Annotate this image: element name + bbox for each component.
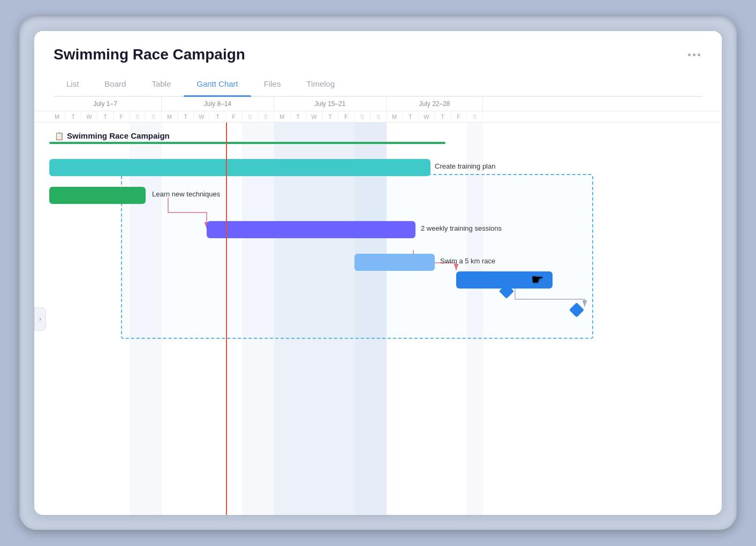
day-S7: S [467,111,483,122]
tab-board[interactable]: Board [92,74,139,96]
week-july8: July 8–14 [162,97,274,111]
label-learn-techniques: Learn new techniques [152,190,220,198]
dot3 [698,54,700,56]
campaign-title: Swimming Race Campaign [67,131,170,140]
tab-gantt[interactable]: Gantt Chart [184,74,251,96]
gantt-container: July 1–7 July 8–14 July 15–21 July 22–28… [34,97,722,515]
day-F3: F [338,111,354,122]
day-W2: W [194,111,210,122]
current-week-highlight [274,123,387,515]
header-top: Swimming Race Campaign [54,46,702,63]
day-W4: W [419,111,435,122]
day-S6: S [371,111,387,122]
page-title: Swimming Race Campaign [54,46,245,63]
day-F4: F [451,111,467,122]
campaign-row: 📋 Swimming Race Campaign [55,131,170,140]
label-swim-race: Swim a 5 km race [440,257,495,265]
label-create-training: Create training plan [435,162,495,170]
tab-list[interactable]: List [54,74,92,96]
bar-create-training[interactable] [49,159,430,176]
day-labels: M T W T F S S M T W T F S S M [34,111,722,122]
day-F1: F [114,111,130,122]
day-T4: T [210,111,226,122]
day-F2: F [226,111,242,122]
label-weekly-sessions: 2 weekly training sessions [421,224,502,232]
day-T5: T [290,111,306,122]
bar-learn-techniques[interactable] [49,187,146,204]
day-S5: S [354,111,371,122]
sidebar-toggle[interactable]: › [34,307,46,331]
device-frame: Swimming Race Campaign List Board Table … [19,16,737,530]
day-T8: T [435,111,451,122]
day-T2: T [97,111,114,122]
day-S3: S [242,111,258,122]
day-M4: M [387,111,403,122]
tab-bar: List Board Table Gantt Chart Files Timel… [54,74,702,97]
tab-table[interactable]: Table [139,74,184,96]
day-T7: T [403,111,419,122]
bar-swim-race[interactable] [354,254,435,271]
week-july1: July 1–7 [49,97,162,111]
day-S2: S [146,111,162,122]
day-M3: M [274,111,290,122]
day-M2: M [162,111,178,122]
gantt-grid[interactable]: 📋 Swimming Race Campaign Create training… [49,123,722,515]
week-july22: July 22–28 [387,97,483,111]
day-S4: S [258,111,274,122]
campaign-bar[interactable] [49,142,445,144]
app-window: Swimming Race Campaign List Board Table … [34,31,722,515]
connectors-svg [49,123,722,515]
dot2 [693,54,695,56]
week-labels: July 1–7 July 8–14 July 15–21 July 22–28 [34,97,722,111]
today-line [226,123,227,515]
campaign-icon: 📋 [55,132,64,140]
dot1 [688,54,691,56]
day-W3: W [306,111,322,122]
more-options-button[interactable] [686,51,702,58]
gantt-body: › [34,123,722,515]
tab-files[interactable]: Files [251,74,294,96]
day-T3: T [178,111,194,122]
header: Swimming Race Campaign List Board Table … [34,31,722,97]
date-header: July 1–7 July 8–14 July 15–21 July 22–28… [34,97,722,123]
day-W1: W [81,111,97,122]
day-M1: M [49,111,65,122]
day-S1: S [130,111,146,122]
col-stripes [49,123,722,515]
week-july15: July 15–21 [274,97,387,111]
diamond-milestone-2[interactable] [569,302,584,317]
day-T1: T [65,111,81,122]
bar-weekly-sessions[interactable] [207,221,415,238]
day-T6: T [322,111,338,122]
tab-timelog[interactable]: Timelog [293,74,347,96]
